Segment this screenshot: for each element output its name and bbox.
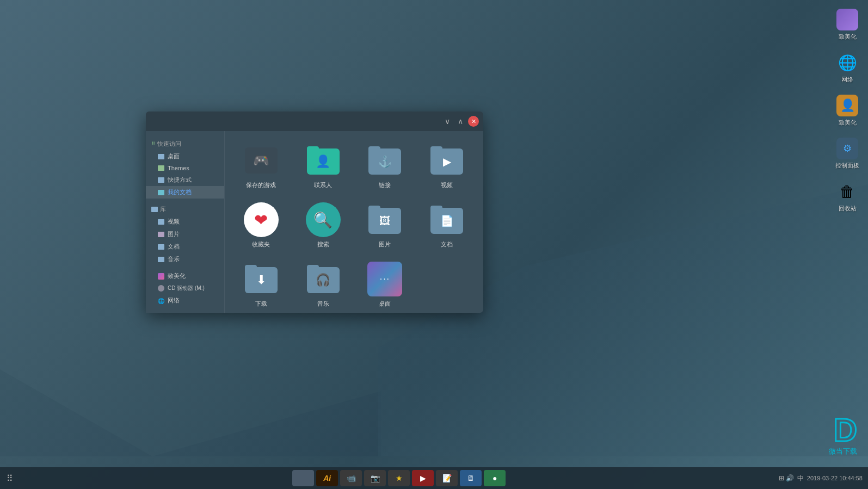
fm-item-links[interactable]: ⚓ 链接 [358, 140, 413, 193]
beautify1-label: 致美化 [839, 33, 857, 41]
sidebar-item-beautify1[interactable]: 致美化 [836, 9, 858, 41]
fm-sidebar: ⠿ 快速访问 桌面 Themes 快捷方式 [146, 131, 225, 313]
control-panel-label: 控制面板 [835, 162, 859, 170]
fm-item-music[interactable]: 🎧 音乐 [296, 258, 351, 311]
taskbar-apps: Ai 📹 📷 ★ ▶ 📝 🖥 [20, 470, 779, 486]
network-icon: 🌐 [836, 52, 858, 73]
sidebar-item-my-docs[interactable]: 我的文档 [146, 186, 224, 199]
fm-item-contacts[interactable]: 👤 联系人 [296, 140, 351, 193]
sidebar-item-desktop[interactable]: 桌面 [146, 150, 224, 163]
fm-item-desktop[interactable]: ··· 桌面 [358, 258, 413, 311]
taskbar: ⠿ Ai 📹 📷 ★ ▶ [0, 467, 868, 489]
file-manager-window: ∨ ∧ ✕ ⠿ 快速访问 桌面 [146, 112, 483, 313]
fm-maximize-btn[interactable]: ∧ [455, 116, 466, 127]
contacts-label: 联系人 [314, 181, 332, 189]
taskbar-app-monitor[interactable]: 🖥 [460, 470, 482, 486]
fm-titlebar: ∨ ∧ ✕ [146, 112, 483, 131]
fm-quick-access-header[interactable]: ⠿ 快速访问 [146, 138, 224, 150]
sidebar-item-shortcuts[interactable]: 快捷方式 [146, 174, 224, 186]
favorites-label: 收藏夹 [252, 240, 270, 249]
fm-item-search[interactable]: 🔍 搜索 [296, 199, 351, 252]
watermark: D 微当下载 [829, 414, 857, 456]
search-icon: 🔍 [306, 202, 341, 237]
beautify-icon-small [158, 273, 164, 280]
beautify2-icon: 👤 [836, 95, 858, 116]
desktop-content-label: 桌面 [379, 300, 391, 308]
links-icon: ⚓ [367, 143, 402, 178]
fm-minimize-btn[interactable]: ∨ [442, 116, 453, 127]
network-sidebar-icon: 🌐 [158, 298, 164, 304]
links-label: 链接 [379, 181, 391, 189]
fm-item-videos[interactable]: ▶ 视频 [419, 140, 475, 193]
taskbar-app-video-capture[interactable]: 📹 [340, 470, 362, 486]
music-label: 音乐 [317, 300, 329, 308]
taskbar-tray-icons: ⊞ 🔊 [779, 474, 794, 482]
watermark-logo: D [834, 414, 857, 447]
recycle-bin-label: 回收站 [839, 205, 857, 213]
videos-icon: ▶ [429, 143, 464, 178]
fm-item-pictures[interactable]: 🖼 图片 [358, 199, 413, 252]
sidebar-item-library-music[interactable]: 音乐 [146, 253, 224, 265]
downloads-label: 下载 [255, 300, 267, 308]
desktop: 致美化 🌐 网络 👤 致美化 ⚙ 控制面板 🗑 回收站 ∨ [0, 0, 868, 489]
sidebar-item-library-documents[interactable]: 文档 [146, 240, 224, 253]
fm-library-header[interactable]: 库 [146, 203, 224, 215]
taskbar-app-youtube[interactable]: ▶ [412, 470, 434, 486]
shortcuts-folder-icon [158, 177, 164, 183]
fm-item-saved-games[interactable]: 🎮 保存的游戏 [233, 140, 289, 193]
downloads-icon: ⬇ [244, 262, 279, 296]
quick-access-label: 快速访问 [157, 140, 181, 148]
taskbar-app-notes[interactable]: 📝 [436, 470, 458, 486]
documents-folder-icon [158, 244, 164, 250]
beautify2-label: 致美化 [839, 119, 857, 127]
taskbar-app-star[interactable]: ★ [388, 470, 410, 486]
pictures-content-label: 图片 [379, 240, 391, 249]
taskbar-lang: 中 [797, 474, 804, 483]
fm-item-favorites[interactable]: ❤ 收藏夹 [233, 199, 289, 252]
themes-folder-icon [158, 165, 164, 171]
sidebar-item-recycle-bin[interactable]: 🗑 回收站 [836, 181, 858, 213]
taskbar-app-blank[interactable] [292, 470, 314, 486]
desktop-folder-icon [158, 154, 164, 159]
taskbar-app-green[interactable]: ● [484, 470, 506, 486]
documents-content-icon: 📄 [429, 202, 464, 237]
control-panel-icon: ⚙ [836, 138, 858, 159]
sidebar-item-library-video[interactable]: 视频 [146, 215, 224, 228]
pictures-folder-icon [158, 232, 164, 237]
sidebar-item-beautify2[interactable]: 👤 致美化 [836, 95, 858, 127]
contacts-icon: 👤 [306, 143, 341, 178]
pictures-content-icon: 🖼 [367, 202, 402, 237]
sidebar-item-network[interactable]: 🌐 网络 [146, 294, 224, 307]
illustrator-label: Ai [323, 474, 331, 482]
saved-games-label: 保存的游戏 [246, 181, 276, 189]
fm-body: ⠿ 快速访问 桌面 Themes 快捷方式 [146, 131, 483, 313]
watermark-letter: D [834, 414, 857, 447]
favorites-icon: ❤ [244, 202, 279, 237]
sidebar-item-cd[interactable]: CD 驱动器 (M:) [146, 282, 224, 294]
network-label: 网络 [841, 76, 853, 84]
watermark-text: 微当下载 [829, 447, 857, 456]
library-folder-icon [151, 207, 158, 212]
taskbar-system-tray: ⊞ 🔊 中 2019-03-22 10:44:58 [779, 474, 869, 483]
fm-close-btn[interactable]: ✕ [468, 116, 479, 127]
right-sidebar: 致美化 🌐 网络 👤 致美化 ⚙ 控制面板 🗑 回收站 [835, 9, 859, 213]
taskbar-app-camera[interactable]: 📷 [364, 470, 386, 486]
search-label: 搜索 [317, 240, 329, 249]
fm-item-documents[interactable]: 📄 文档 [419, 199, 475, 252]
saved-games-icon: 🎮 [244, 143, 279, 178]
desktop-content-icon: ··· [367, 262, 402, 296]
recycle-bin-icon: 🗑 [836, 181, 858, 202]
sidebar-item-library-pictures[interactable]: 图片 [146, 228, 224, 240]
taskbar-start-btn[interactable]: ⠿ [0, 468, 20, 488]
sidebar-item-themes[interactable]: Themes [146, 163, 224, 174]
documents-content-label: 文档 [441, 240, 453, 249]
taskbar-app-illustrator[interactable]: Ai [316, 470, 338, 486]
fm-quick-access-section: ⠿ 快速访问 桌面 Themes 快捷方式 [146, 138, 224, 199]
fm-beautify-section: 致美化 CD 驱动器 (M:) 🌐 网络 [146, 270, 224, 307]
fm-item-downloads[interactable]: ⬇ 下载 [233, 258, 289, 311]
sidebar-item-network[interactable]: 🌐 网络 [836, 52, 858, 84]
beautify1-icon [836, 9, 858, 30]
sidebar-item-control-panel[interactable]: ⚙ 控制面板 [835, 138, 859, 170]
sidebar-item-beautify[interactable]: 致美化 [146, 270, 224, 282]
video-folder-icon [158, 219, 164, 225]
